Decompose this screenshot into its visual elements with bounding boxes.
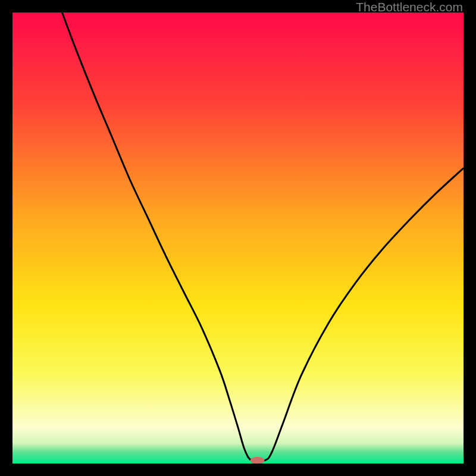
chart-frame [12, 12, 464, 464]
gradient-background [12, 12, 464, 464]
bottleneck-chart [12, 12, 464, 464]
watermark-text: TheBottleneck.com [356, 0, 463, 14]
